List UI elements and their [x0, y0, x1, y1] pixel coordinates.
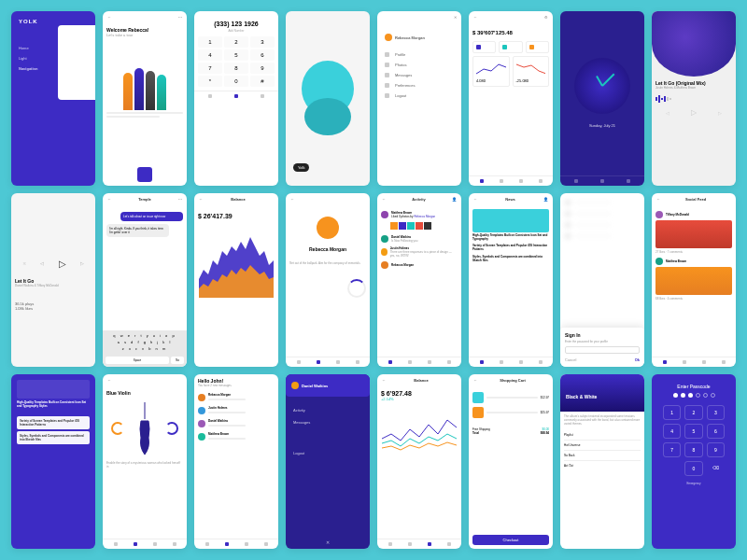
pk-4[interactable]: 4	[663, 424, 681, 439]
menu-drawer: ✕ Rebecca Morgan Profile Photos Messages…	[377, 11, 461, 186]
dd-logout[interactable]: Logout	[293, 447, 362, 459]
balance-amount: $ 26'417.39	[198, 209, 275, 223]
play-icon[interactable]: ▷	[691, 108, 697, 117]
key-5[interactable]: 5	[224, 49, 248, 61]
stat-card-3[interactable]	[526, 41, 549, 53]
post-img-1[interactable]	[655, 220, 732, 248]
key-8[interactable]: 8	[224, 63, 248, 74]
avatar	[385, 34, 392, 41]
news-h2[interactable]: Variety of Screen Templates and Popular …	[472, 245, 549, 252]
msg-item[interactable]: Justin Holmes	[198, 404, 275, 417]
key-2[interactable]: 2	[224, 36, 248, 48]
news-h3[interactable]: Styles, Symbols and Components are combi…	[472, 256, 549, 263]
menu-preferences[interactable]: Preferences	[385, 80, 454, 91]
ok-button[interactable]: Ok	[635, 357, 640, 362]
chip-yolk[interactable]: Yolk	[293, 163, 309, 172]
close-icon[interactable]: ✕	[454, 15, 457, 20]
key-3[interactable]: 3	[250, 36, 275, 48]
pk-5[interactable]: 5	[684, 424, 702, 439]
pk-2[interactable]: 2	[684, 405, 702, 420]
social-feed: ←Social Feed Tiffany McDonald 27 likes ·…	[652, 193, 736, 368]
balance-title: Balance	[231, 197, 245, 202]
ring-1	[111, 422, 124, 435]
menu-messages[interactable]: Messages	[385, 70, 454, 80]
stat-card-1[interactable]	[472, 41, 496, 53]
key-hash[interactable]: #	[250, 76, 275, 87]
prev-icon[interactable]: ◁	[40, 260, 44, 266]
pattern-img	[17, 380, 90, 399]
opt-playlist[interactable]: Playlist	[564, 430, 641, 441]
stat-v2: -25.080	[516, 78, 546, 83]
key-7[interactable]: 7	[198, 63, 222, 74]
next-icon[interactable]: ▷	[718, 110, 722, 116]
signin-hint: Enter the password for your profile	[565, 340, 640, 343]
opt-back[interactable]: Go Back	[564, 451, 641, 461]
opt-hot[interactable]: Hot Universe	[564, 441, 641, 451]
pk-6[interactable]: 6	[707, 424, 725, 439]
area-chart	[198, 223, 275, 298]
cancel-button[interactable]: Cancel	[565, 357, 576, 362]
pk-3[interactable]: 3	[707, 405, 725, 420]
svg-rect-7	[669, 98, 671, 100]
menu-profile[interactable]: Profile	[385, 49, 454, 60]
phone-number: (333) 123 1926	[194, 19, 278, 29]
msg-item[interactable]: Matthew Brown	[198, 430, 275, 443]
gear-icon[interactable]: ⚙	[544, 15, 548, 20]
cart: ←Shopping Cart $12.97 $25.97 Free Shippi…	[469, 374, 553, 549]
pk-0[interactable]: 0	[684, 461, 702, 476]
profile-bio: Get out of the ballpark. Aim for the com…	[289, 261, 366, 265]
album-desc: The album's subject material incorporate…	[564, 415, 641, 427]
key-0[interactable]: 0	[224, 76, 248, 87]
cart-item[interactable]: $12.97	[472, 390, 549, 405]
next-icon[interactable]: ▷	[80, 260, 84, 266]
dd-activity[interactable]: Activity	[293, 404, 362, 416]
dd-messages[interactable]: Messages	[293, 416, 362, 428]
menu-logout[interactable]: Logout	[385, 91, 454, 101]
msg-item[interactable]: Rebecca Morgan	[198, 391, 275, 404]
shuffle-icon[interactable]: ⤨	[22, 260, 26, 266]
close-icon[interactable]: ✕	[326, 539, 330, 545]
svg-rect-5	[664, 96, 666, 102]
violin-icon	[134, 400, 156, 456]
track2-likes: 1.08k likes	[15, 306, 92, 311]
emergency-link[interactable]: Emergency	[655, 482, 732, 485]
msg-item[interactable]: Daniel Watkins	[198, 417, 275, 430]
key-6[interactable]: 6	[250, 49, 275, 61]
brand-logo: YOLK	[19, 19, 88, 24]
pk-8[interactable]: 8	[684, 442, 702, 457]
keyboard[interactable]: q w e r t y u i o pa s d f g h j k lz x …	[103, 330, 187, 355]
dialer: (333) 123 1926 Add Number 1 2 3 4 5 6 7 …	[194, 11, 278, 186]
svg-rect-2	[655, 97, 657, 101]
chat-title: Temple	[138, 197, 151, 202]
greeting-sub: Let's take a tour	[106, 33, 183, 37]
play-icon[interactable]: ▷	[59, 259, 66, 269]
news-h1[interactable]: High-Quality Templates Built on Consiste…	[472, 234, 549, 242]
next-button[interactable]	[137, 167, 152, 182]
password-input[interactable]	[565, 346, 640, 354]
backspace-icon[interactable]: ⌫	[707, 461, 725, 476]
album-menu: Black & White The album's subject materi…	[560, 374, 644, 549]
pk-7[interactable]: 7	[663, 442, 681, 457]
art-h1[interactable]: High-Quality Templates Built on Consiste…	[17, 401, 90, 409]
stat-card-2[interactable]	[499, 41, 522, 53]
menu-photos[interactable]: Photos	[385, 60, 454, 70]
opt-act[interactable]: Act Out	[564, 461, 641, 470]
checkout-button[interactable]: Checkout	[472, 535, 549, 545]
clock: Sunday, July 21	[560, 11, 644, 186]
svg-rect-4	[661, 98, 663, 100]
key-4[interactable]: 4	[198, 49, 222, 61]
post-img-2[interactable]	[655, 267, 732, 295]
prev-icon[interactable]: ◁	[666, 110, 669, 116]
activity-title: Activity	[412, 197, 425, 202]
music-player: Let It Go (Original Mix) Justin Holmes &…	[652, 11, 736, 186]
key-9[interactable]: 9	[250, 63, 275, 74]
messages: Hello John! You have 2 new messages Rebe…	[194, 374, 278, 549]
news-img-1	[472, 209, 549, 232]
pk-1[interactable]: 1	[663, 405, 681, 420]
cart-item[interactable]: $25.97	[472, 405, 549, 420]
key-star[interactable]: *	[198, 76, 222, 87]
news-feed: ←News👤 High-Quality Templates Built on C…	[469, 193, 553, 368]
key-1[interactable]: 1	[198, 36, 222, 48]
album-hero: Black & White	[560, 374, 644, 412]
pk-9[interactable]: 9	[707, 442, 725, 457]
